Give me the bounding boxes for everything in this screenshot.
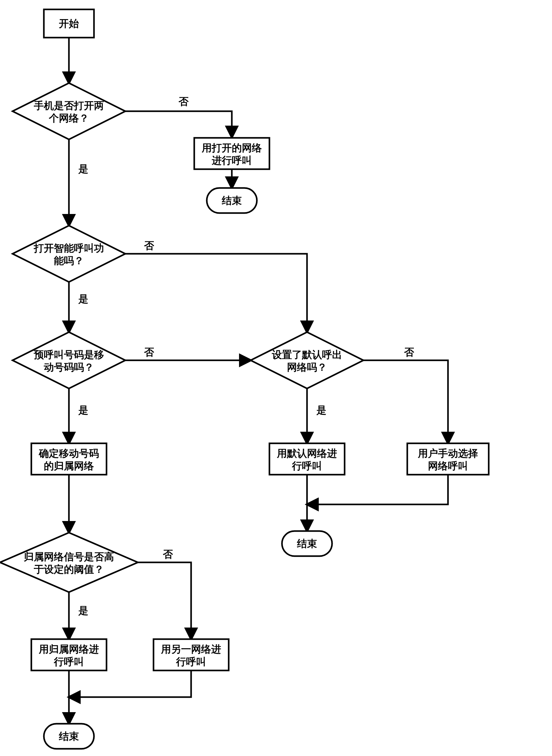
node-manual-select: 用户手动选择 网络呼叫 bbox=[407, 443, 489, 475]
d4-line1: 设置了默认呼出 bbox=[272, 349, 342, 360]
d3-line1: 预呼叫号码是移 bbox=[33, 349, 104, 360]
pm-line1: 用户手动选择 bbox=[418, 448, 478, 459]
d2-line2: 能吗？ bbox=[54, 255, 84, 266]
ph-line2: 的归属网络 bbox=[44, 460, 94, 471]
puo-line2: 行呼叫 bbox=[176, 656, 206, 667]
puo-line1: 用另一网络进 bbox=[161, 643, 221, 655]
edge-d5-no bbox=[138, 562, 191, 639]
node-use-other-network: 用另一网络进 行呼叫 bbox=[153, 639, 229, 670]
d2-line1: 打开智能呼叫功 bbox=[33, 243, 104, 254]
d2-no-label: 否 bbox=[144, 240, 154, 251]
puh-line1: 用归属网络进 bbox=[38, 643, 99, 655]
d3-no-label: 否 bbox=[144, 346, 154, 358]
node-decision-is-mobile: 预呼叫号码是移 动号码吗？ bbox=[13, 332, 125, 389]
edge-puo-merge bbox=[69, 670, 191, 697]
node-decision-smart-call: 打开智能呼叫功 能吗？ bbox=[13, 225, 125, 282]
node-start: 开始 bbox=[44, 9, 94, 38]
d1-no-label: 否 bbox=[178, 96, 189, 107]
node-use-default-network: 用默认网络进 行呼叫 bbox=[269, 443, 344, 475]
d5-line1: 归属网络信号是否高 bbox=[23, 551, 114, 562]
node-end-1: 结束 bbox=[207, 188, 257, 213]
d3-line2: 动号码吗？ bbox=[43, 361, 94, 373]
po-line2: 进行呼叫 bbox=[212, 155, 252, 166]
d2-yes-label: 是 bbox=[78, 293, 88, 305]
node-decision-signal-threshold: 归属网络信号是否高 于设定的阈值？ bbox=[0, 533, 138, 592]
edge-pm-merge bbox=[307, 475, 448, 504]
edge-d2-no bbox=[125, 254, 307, 332]
ph-line1: 确定移动号码 bbox=[38, 448, 99, 459]
node-use-home-network: 用归属网络进 行呼叫 bbox=[31, 639, 107, 670]
end1-label: 结束 bbox=[222, 195, 242, 206]
node-determine-home-network: 确定移动号码 的归属网络 bbox=[31, 443, 107, 475]
node-decision-default-out: 设置了默认呼出 网络吗？ bbox=[251, 332, 364, 389]
d3-yes-label: 是 bbox=[78, 405, 88, 416]
po-line1: 用打开的网络 bbox=[201, 142, 262, 154]
start-label: 开始 bbox=[58, 18, 79, 29]
d4-line2: 网络吗？ bbox=[287, 361, 327, 373]
edge-d1-no bbox=[125, 111, 232, 137]
end3-label: 结束 bbox=[58, 731, 79, 742]
node-end-2: 结束 bbox=[282, 531, 332, 556]
d5-yes-label: 是 bbox=[78, 605, 88, 616]
puh-line2: 行呼叫 bbox=[53, 656, 84, 667]
d4-yes-label: 是 bbox=[316, 405, 326, 416]
d5-line2: 于设定的阈值？ bbox=[33, 564, 104, 575]
d5-no-label: 否 bbox=[163, 549, 173, 560]
edge-d4-no bbox=[364, 360, 448, 443]
pd-line2: 行呼叫 bbox=[292, 460, 322, 471]
d4-no-label: 否 bbox=[404, 346, 414, 358]
node-use-open-network: 用打开的网络 进行呼叫 bbox=[194, 138, 269, 169]
node-decision-both-networks: 手机是否打开两 个网络？ bbox=[13, 83, 125, 139]
end2-label: 结束 bbox=[297, 538, 317, 549]
flowchart-diagram: 开始 手机是否打开两 个网络？ 否 用打开的网络 进行呼叫 结束 是 打开智能呼… bbox=[0, 0, 552, 756]
d1-line2: 个网络？ bbox=[48, 113, 89, 124]
d1-yes-label: 是 bbox=[78, 163, 88, 174]
node-end-3: 结束 bbox=[44, 724, 94, 749]
d1-line1: 手机是否打开两 bbox=[33, 100, 104, 111]
pd-line1: 用默认网络进 bbox=[277, 448, 337, 459]
pm-line2: 网络呼叫 bbox=[428, 460, 468, 471]
